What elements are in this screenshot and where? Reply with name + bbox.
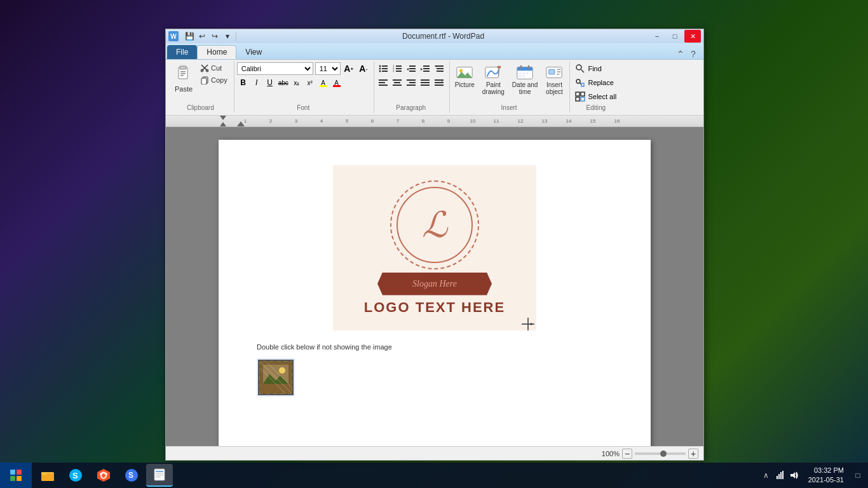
qa-dropdown-button[interactable]: ▾ [222, 30, 233, 42]
svg-rect-108 [156, 475, 163, 476]
wordpad-app-icon: W [168, 31, 179, 41]
zoom-plus-button[interactable]: + [688, 449, 698, 459]
ruler-left-margin-bottom[interactable] [220, 122, 226, 126]
status-bar: 100% − + [166, 446, 703, 460]
redo-button[interactable]: ↪ [209, 30, 220, 42]
replace-button[interactable]: Replace [573, 76, 616, 89]
picture-button[interactable]: Picture [452, 62, 477, 90]
title-text: Document.rtf - WordPad [239, 32, 648, 41]
underline-button[interactable]: U [264, 76, 276, 89]
svg-rect-63 [526, 72, 529, 74]
taskbar-time[interactable]: 03:32 PM 2021-05-31 [803, 466, 849, 485]
italic-button[interactable]: I [250, 76, 263, 89]
tray-notification[interactable]: □ [853, 470, 863, 480]
rtl-button[interactable] [433, 76, 445, 89]
strikethrough-button[interactable]: abc [277, 76, 290, 89]
ruler-mark-6: 6 [371, 118, 374, 124]
copy-button[interactable]: Copy [198, 74, 230, 86]
svg-rect-2 [180, 71, 186, 72]
date-time-button[interactable]: Date and time [510, 62, 541, 97]
ribbon-collapse-button[interactable]: ⌃ [675, 49, 686, 59]
svg-rect-65 [522, 76, 525, 78]
zoom-slider[interactable] [635, 452, 686, 455]
zoom-minus-button[interactable]: − [622, 449, 632, 459]
taskbar-items: S S [32, 463, 761, 488]
svg-line-56 [499, 68, 499, 76]
ruler-mark-4: 4 [320, 118, 323, 124]
ruler-mark-3: 3 [295, 118, 297, 124]
document-area[interactable]: ℒ Slogan Here LOGO TEXT HERE Double clic… [166, 127, 703, 446]
insert-object-label: Insert object [546, 81, 563, 95]
ruler-mark-12: 12 [518, 118, 524, 124]
help-button[interactable]: ? [688, 49, 698, 59]
svg-rect-41 [407, 79, 416, 81]
paint-drawing-button[interactable]: Paint drawing [480, 62, 507, 97]
tray-volume[interactable] [789, 470, 799, 480]
tray-arrow[interactable]: ∧ [761, 470, 771, 480]
find-button[interactable]: Find [573, 62, 604, 75]
minimize-button[interactable]: − [649, 30, 665, 43]
insert-object-button[interactable]: Insert object [543, 62, 566, 97]
svg-rect-12 [382, 65, 388, 67]
maximize-button[interactable]: □ [667, 30, 683, 43]
taskbar-signal[interactable]: S [118, 464, 145, 487]
taskbar-brave[interactable] [90, 464, 117, 487]
superscript-button[interactable]: x² [304, 76, 316, 89]
ribbon-content: Paste Cut Copy Clipboard [166, 60, 703, 116]
ruler-left-margin-top[interactable] [220, 116, 226, 120]
taskbar-file-explorer[interactable] [34, 464, 61, 487]
list-number-button[interactable]: 1.2.3. [391, 62, 403, 75]
font-shrink-button[interactable]: A- [357, 62, 370, 75]
replace-label: Replace [588, 79, 613, 86]
ruler-mark-10: 10 [470, 118, 476, 124]
indent-increase-button[interactable] [419, 62, 431, 75]
save-button[interactable]: 💾 [184, 30, 195, 42]
align-center-button[interactable] [391, 76, 403, 89]
svg-rect-110 [776, 476, 778, 479]
font-size-select[interactable]: 8910 111214 [315, 62, 341, 75]
close-button[interactable]: ✕ [684, 30, 701, 43]
svg-rect-111 [778, 474, 780, 479]
svg-point-13 [379, 68, 381, 70]
paste-label: Paste [175, 85, 193, 93]
taskbar-skype[interactable]: S [62, 464, 89, 487]
highlight-button[interactable]: A [317, 76, 330, 89]
indent-decrease-button[interactable] [405, 62, 417, 75]
paste-button[interactable]: Paste [171, 62, 196, 103]
svg-rect-76 [576, 92, 580, 96]
align-right-button[interactable] [405, 76, 417, 89]
svg-rect-39 [394, 82, 400, 83]
embedded-image-selection[interactable] [257, 358, 295, 396]
align-justify-button[interactable] [419, 76, 431, 89]
font-family-select[interactable]: Calibri Arial Times New Roman [237, 62, 313, 75]
tab-home[interactable]: Home [197, 45, 236, 59]
ruler-mark-16: 16 [614, 118, 620, 124]
insert-object-icon [545, 64, 563, 81]
undo-button[interactable]: ↩ [196, 30, 208, 42]
svg-point-71 [576, 65, 581, 70]
font-grow-button[interactable]: A+ [342, 62, 355, 75]
ruler-mark-1: 1 [244, 118, 247, 124]
select-all-button[interactable]: Select all [573, 90, 619, 103]
ruler-mark-5: 5 [346, 118, 348, 124]
taskbar-wordpad[interactable] [146, 464, 173, 487]
paste-icon [173, 64, 194, 84]
list-bullet-button[interactable] [377, 62, 390, 75]
bold-button[interactable]: B [237, 76, 250, 89]
ruler-mark-14: 14 [566, 118, 572, 124]
tab-file[interactable]: File [167, 45, 197, 59]
line-spacing-button[interactable] [433, 62, 445, 75]
tray-network[interactable] [775, 470, 785, 480]
tab-view[interactable]: View [236, 45, 271, 59]
svg-rect-35 [379, 79, 388, 81]
start-button[interactable] [0, 463, 32, 488]
cut-button[interactable]: Cut [198, 62, 230, 74]
subscript-button[interactable]: x₂ [290, 76, 303, 89]
svg-rect-59 [520, 65, 522, 69]
svg-rect-79 [581, 97, 585, 101]
align-left-button[interactable] [377, 76, 390, 89]
logo-circle: ℒ [390, 180, 479, 269]
font-color-button[interactable]: A [330, 76, 343, 89]
svg-rect-67 [549, 69, 555, 74]
clipboard-group: Paste Cut Copy Clipboard [168, 61, 234, 112]
